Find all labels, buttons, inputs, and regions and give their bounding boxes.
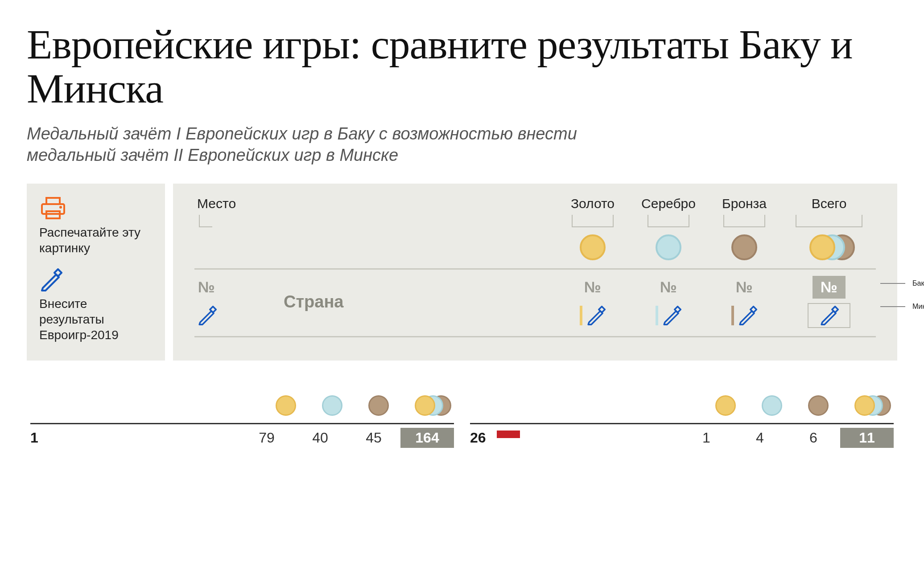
table-row: 26 1 4 6 11 [470,424,894,448]
table-header-icons [30,395,454,416]
col-gold-label: Золото [555,196,631,211]
table-left: 1 79 40 45 164 [30,395,454,448]
silver-cell: 4 [733,430,787,446]
gold-medal-icon [715,395,736,416]
key-dash-icon [880,283,905,284]
bronze-medal-icon [731,234,757,260]
pencil-icon [39,268,153,291]
silver-medal-icon [656,234,681,260]
silver-medal-icon [762,395,782,416]
bronze-medal-icon [368,395,389,416]
bracket-decor [199,215,212,227]
bronze-medal-icon [808,395,829,416]
enter-hint-label: Внесите результаты Евроигр-2019 [39,296,153,343]
enter-hint: Внесите результаты Евроигр-2019 [39,268,153,343]
num-placeholder: № [555,279,631,296]
gold-cell: 1 [680,430,733,446]
gold-cell: 79 [240,430,293,446]
silver-medal-icon [322,395,342,416]
edit-gold-field[interactable] [555,306,631,325]
total-medals-icon [415,395,447,416]
page-title: Европейские игры: сравните результаты Ба… [27,22,897,110]
num-placeholder: № [194,279,270,296]
edit-rank-field[interactable] [194,306,270,325]
svg-point-3 [59,206,62,209]
pencil-icon [197,306,217,325]
svg-rect-0 [42,204,64,214]
table-right: 26 1 4 6 11 [470,395,894,448]
num-total-placeholder: № [813,276,846,299]
bracket-decor [572,215,614,227]
printer-icon [39,196,153,220]
bracket-decor [648,215,689,227]
flag-icon [497,430,520,446]
svg-rect-1 [46,198,60,204]
key-baku-label: Баку-2015 [912,279,924,287]
total-cell: 11 [840,428,894,448]
print-hint-label: Распечатайте эту картинку [39,225,153,256]
col-total-label: Всего [782,196,876,211]
pencil-icon [819,306,839,325]
pencil-icon [586,306,606,325]
bracket-decor [796,215,862,227]
bracket-decor [723,215,765,227]
col-place-label: Место [194,196,270,211]
bronze-cell: 6 [787,430,840,446]
key-dash-icon [880,306,905,307]
pencil-icon [662,306,681,325]
print-hint: Распечатайте эту картинку [39,196,153,256]
gold-medal-icon [276,395,296,416]
total-medals-icon [809,234,849,260]
table-header-icons [470,395,894,416]
bronze-tick-icon [731,306,734,325]
edit-total-field[interactable] [782,303,876,328]
legend-right-box: Место Золото Серебро Бронза Всего [173,184,897,361]
legend-panel: Распечатайте эту картинку Внесите резуль… [27,184,897,361]
pencil-icon [738,306,757,325]
country-placeholder: Страна [270,292,555,312]
legend-key: Баку-2015 Минск-2019 [880,279,924,326]
table-row: 1 79 40 45 164 [30,424,454,448]
num-placeholder: № [631,279,706,296]
legend-divider [194,268,876,270]
num-placeholder: № [706,279,782,296]
total-cell: 164 [400,428,454,448]
total-medals-icon [854,395,887,416]
legend-divider [194,336,876,337]
edit-silver-field[interactable] [631,306,706,325]
col-silver-label: Серебро [631,196,706,211]
key-minsk-label: Минск-2019 [912,303,924,311]
page-subtitle: Медальный зачёт I Европейских игр в Баку… [27,123,651,166]
bronze-cell: 45 [347,430,400,446]
col-bronze-label: Бронза [706,196,782,211]
silver-cell: 40 [293,430,347,446]
silver-tick-icon [656,306,658,325]
legend-left-box: Распечатайте эту картинку Внесите резуль… [27,184,165,361]
gold-medal-icon [580,234,606,260]
rank-cell: 1 [30,430,57,446]
edit-bronze-field[interactable] [706,306,782,325]
gold-tick-icon [580,306,582,325]
medal-tables: 1 79 40 45 164 26 1 4 [27,395,897,448]
rank-cell: 26 [470,430,497,446]
